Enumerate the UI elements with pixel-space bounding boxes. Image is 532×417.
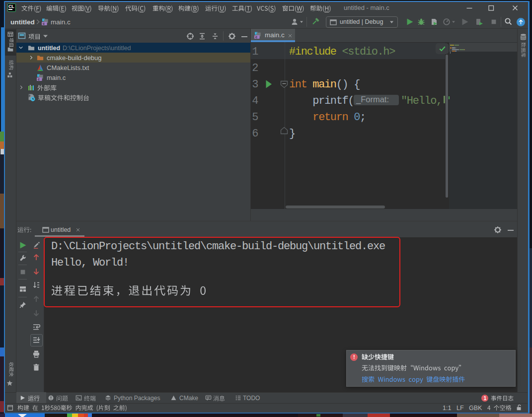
svg-text:c: c (38, 77, 40, 81)
svg-text:c: c (43, 21, 45, 26)
svg-text:c: c (255, 35, 257, 39)
